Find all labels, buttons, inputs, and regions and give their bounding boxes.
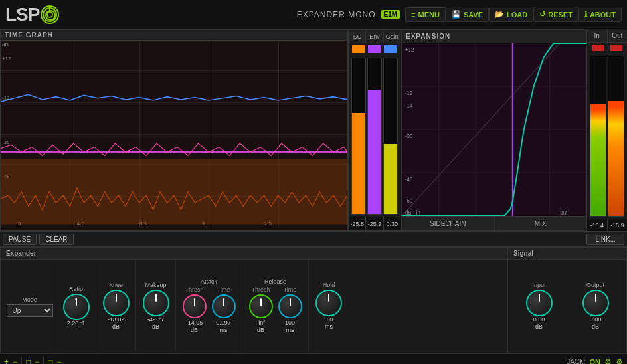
menu-button[interactable]: ≡ MENU [405,7,446,22]
time-graph-title: TIME GRAPH [5,31,53,39]
attack-time-value: 0.197 ms [216,319,231,334]
sce-header: SC Env Gain [349,30,401,43]
load-icon: 📂 [495,10,504,19]
hold-knob[interactable] [315,290,342,316]
rect-icon[interactable]: □ [48,357,52,365]
makeup-value: -49.77 dB [147,316,165,331]
expander-section: Expander Mode Up Down Ratio 2.20 :1 [0,247,627,353]
env-label: Env [369,33,380,40]
release-time-value: 100 ms [285,319,295,334]
main-area: TIME GRAPH dB +12 -12 -36 -48 5 4.5 3.3 … [0,29,627,231]
env-bar-container [367,58,382,215]
save-button[interactable]: 💾 SAVE [446,7,489,22]
jack-icon-1[interactable]: ⚙ [604,357,612,365]
link-button[interactable]: LINK... [586,234,624,245]
expander-header: Expander [1,248,507,260]
top-bar: LSP EXPANDER MONO E1M ≡ MENU 💾 SAVE 📂 LO… [0,0,627,29]
svg-text:+12: +12 [405,46,414,53]
clear-button[interactable]: CLEAR [39,234,73,245]
input-knob[interactable] [526,290,553,316]
out-indicator [610,45,622,51]
gain-indicator [384,45,397,53]
signal-panel: Signal Input 0.00 dB Output 0.00 dB [507,247,627,353]
input-value: 0.00 dB [533,316,545,331]
env-value-text: -25.2 [368,221,382,227]
attack-thresh-num: -14.95 [186,319,203,326]
gain-bar [384,144,397,214]
pause-button[interactable]: PAUSE [3,234,37,245]
hold-value-num: 0.0 [325,316,333,323]
signal-title: Signal [513,250,533,257]
gain-col-header: Gain [384,30,401,43]
mix-button[interactable]: MIX [495,217,587,230]
time-graph-header: TIME GRAPH [1,30,347,41]
output-group: Output 0.00 dB [573,260,619,351]
svg-text:-60: -60 [405,197,413,204]
in-col-header: In [587,29,608,42]
release-sub-group: Thresh -inf dB Time 100 ms [249,286,302,334]
release-thresh-knob[interactable] [249,294,273,318]
hold-group: Hold 0.0 ms [309,260,349,351]
mode-group: Mode Up Down [3,260,56,351]
output-header: Output [586,280,604,290]
attack-thresh-knob[interactable] [183,294,207,318]
makeup-knob[interactable] [143,290,169,316]
load-button[interactable]: 📂 LOAD [489,7,533,22]
attack-sub-group: Thresh -14.95 dB Time 0.197 ms [183,286,236,334]
mode-select[interactable]: Up Down [7,304,53,317]
sc-indicator [352,45,365,53]
sce-values: -25.8 -25.2 0.30 [349,217,401,230]
knee-value-num: -13.82 [108,316,125,323]
out-bar [608,101,624,216]
output-value: 0.00 dB [590,316,602,331]
io-values: -16.4 -15.9 [587,219,627,231]
makeup-value-unit: dB [152,323,159,330]
add-icon[interactable]: + [4,357,9,365]
input-value-unit: dB [535,323,543,330]
minus3-icon[interactable]: − [57,357,62,365]
attack-header: Attack [201,277,217,286]
jack-icon-2[interactable]: ⚙ [616,357,623,365]
ratio-knob[interactable] [63,294,90,320]
output-knob[interactable] [582,290,609,316]
logo: LSP [5,4,59,25]
release-thresh-label: Thresh [251,286,270,293]
save-label: SAVE [464,11,483,19]
output-value-unit: dB [592,323,599,330]
attack-group: Attack Thresh -14.95 dB Time [176,260,242,351]
input-header: Input [532,280,545,290]
svg-text:out: out [560,209,568,215]
input-value-num: 0.00 [533,316,545,323]
expander-content: Mode Up Down Ratio 2.20 :1 Knee -13.8 [1,260,507,351]
sc-bar-container [351,58,366,215]
expansion-footer: SIDECHAIN MIX [402,216,586,230]
attack-time-knob[interactable] [212,294,236,318]
ratio-knob-indicator [74,298,77,300]
in-bar [590,104,606,216]
release-time-unit: ms [286,327,294,333]
knee-knob[interactable] [103,290,130,316]
sc-value-text: -25.8 [350,221,364,227]
sc-bar [352,113,365,214]
reset-button[interactable]: ↺ RESET [533,7,579,22]
sce-indicators [349,43,401,55]
attack-thresh-label: Thresh [185,286,203,293]
minus2-icon[interactable]: − [35,357,39,365]
time-graph-canvas: dB +12 -12 -36 -48 5 4.5 3.3 3 1.5 [1,41,347,228]
svg-marker-4 [1,159,347,225]
logo-svg [42,7,58,23]
release-time-num: 100 [285,319,295,326]
ratio-header: Ratio [69,284,83,294]
square-icon[interactable]: □ [26,357,31,365]
release-thresh-value: -inf dB [256,319,265,334]
minus-icon[interactable]: − [13,357,17,365]
output-value-num: 0.00 [590,316,602,323]
logo-text: LSP [5,4,39,25]
out-label: Out [612,32,622,39]
about-button[interactable]: ℹ ABOUT [579,7,622,22]
io-header: In Out [587,29,627,43]
makeup-value-num: -49.77 [147,316,165,323]
env-col-header: Env [366,30,383,43]
release-time-knob[interactable] [278,294,302,318]
sidechain-button[interactable]: SIDECHAIN [402,217,495,230]
